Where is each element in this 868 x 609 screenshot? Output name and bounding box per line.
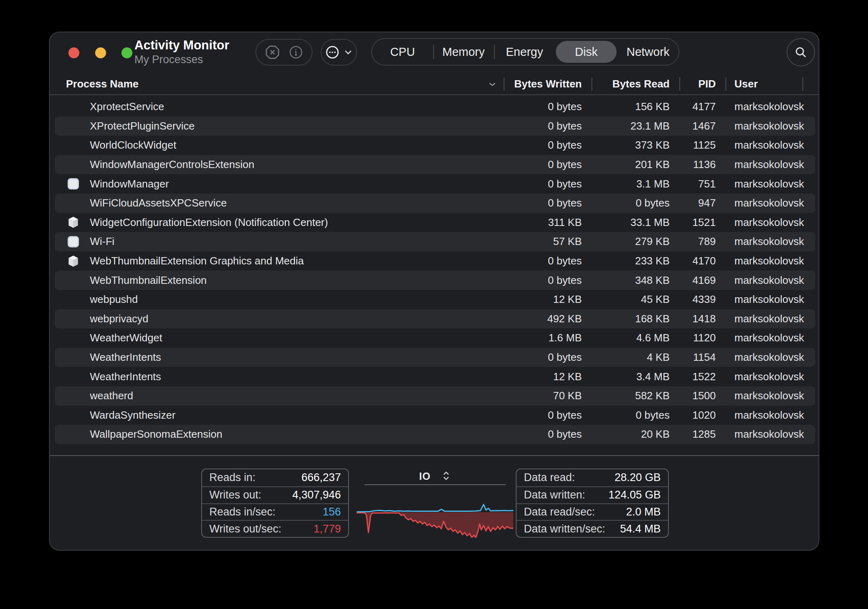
minimize-window-button[interactable] xyxy=(95,47,106,58)
process-row[interactable]: WebThumbnailExtension Graphics and Media… xyxy=(50,251,819,271)
process-row[interactable]: WindowManager 0 bytes 3.1 MB 751 marksok… xyxy=(50,174,819,194)
user-value: marksokolovsk xyxy=(725,367,802,386)
footer-divider xyxy=(50,455,819,456)
process-row[interactable]: WeatherWidget 1.6 MB 4.6 MB 1120 marksok… xyxy=(50,328,819,348)
io-chart-panel: IO xyxy=(357,468,513,538)
data-volume-stats-table: Data read: 28.20 GB Data written: 124.05… xyxy=(516,468,669,538)
bytes-written-value: 0 bytes xyxy=(504,97,591,117)
process-row[interactable]: WebThumbnailExtension 0 bytes 348 KB 416… xyxy=(50,270,819,290)
process-icon xyxy=(68,139,79,151)
chart-selector-label: IO xyxy=(419,471,430,482)
process-row[interactable]: WallpaperSonomaExtension 0 bytes 20 KB 1… xyxy=(50,425,819,444)
process-row[interactable]: XprotectService 0 bytes 156 KB 4177 mark… xyxy=(50,97,819,117)
stat-value: 1,779 xyxy=(313,523,341,535)
tab-disk[interactable]: Disk xyxy=(556,41,617,63)
bytes-written-value: 311 KB xyxy=(504,213,591,232)
column-header-process-name[interactable]: Process Name xyxy=(50,74,504,94)
stat-label: Writes out/sec: xyxy=(209,523,281,535)
io-counts-stats-table: Reads in: 666,237 Writes out: 4,307,946 … xyxy=(201,468,349,538)
column-header-pid[interactable]: PID xyxy=(679,74,725,94)
pid-value: 1154 xyxy=(679,348,725,367)
column-header-user[interactable]: User xyxy=(725,74,802,94)
process-row[interactable]: webprivacyd 492 KB 168 KB 1418 marksokol… xyxy=(50,309,819,329)
magnifier-icon xyxy=(794,45,808,60)
window-subtitle: My Processes xyxy=(134,53,229,66)
close-window-button[interactable] xyxy=(68,47,79,58)
process-name: WindowManager xyxy=(90,178,169,190)
process-name: WebThumbnailExtension xyxy=(90,274,207,287)
stat-value: 28.20 GB xyxy=(615,471,661,484)
bytes-read-value: 3.4 MB xyxy=(591,367,679,386)
process-name: Wi-Fi xyxy=(90,235,115,248)
zoom-window-button[interactable] xyxy=(121,47,132,58)
process-row[interactable]: WidgetConfigurationExtension (Notificati… xyxy=(50,213,819,232)
up-down-chevrons-icon xyxy=(441,470,451,482)
process-icon xyxy=(68,428,79,441)
inspect-process-button[interactable] xyxy=(288,45,304,60)
window-title: Activity Monitor xyxy=(134,38,229,53)
bytes-read-value: 168 KB xyxy=(591,309,679,329)
stat-row: Data written: 124.05 GB xyxy=(517,486,668,503)
stat-row: Data read: 28.20 GB xyxy=(517,469,668,486)
stat-value: 156 xyxy=(323,506,341,518)
process-name: WidgetConfigurationExtension (Notificati… xyxy=(90,216,328,229)
user-value: marksokolovsk xyxy=(725,406,802,425)
pid-value: 4169 xyxy=(679,270,725,290)
user-value: marksokolovsk xyxy=(725,136,802,155)
chart-selector-stepper[interactable] xyxy=(441,470,451,483)
row-spacer xyxy=(802,97,819,117)
stop-process-button[interactable] xyxy=(264,44,281,60)
row-spacer xyxy=(802,386,819,406)
bytes-read-value: 0 bytes xyxy=(591,406,679,425)
user-value: marksokolovsk xyxy=(725,425,802,444)
bytes-written-value: 0 bytes xyxy=(504,406,591,425)
tab-energy[interactable]: Energy xyxy=(494,39,555,65)
process-icon xyxy=(68,332,79,344)
process-icon xyxy=(68,409,79,421)
bytes-read-value: 279 KB xyxy=(591,232,679,251)
user-value: marksokolovsk xyxy=(725,97,802,117)
search-button[interactable] xyxy=(787,38,815,66)
process-name: WiFiCloudAssetsXPCService xyxy=(90,197,227,209)
pid-value: 751 xyxy=(679,174,725,194)
process-row[interactable]: WorldClockWidget 0 bytes 373 KB 1125 mar… xyxy=(50,136,819,155)
pid-value: 1285 xyxy=(679,425,725,444)
process-icon xyxy=(68,101,79,113)
stat-value: 124.05 GB xyxy=(608,489,661,501)
bytes-written-value: 0 bytes xyxy=(504,425,591,444)
process-row[interactable]: WindowManagerControlsExtension 0 bytes 2… xyxy=(50,155,819,175)
pid-value: 1136 xyxy=(679,155,725,175)
user-value: marksokolovsk xyxy=(725,232,802,251)
tab-cpu[interactable]: CPU xyxy=(372,39,433,65)
user-value: marksokolovsk xyxy=(725,290,802,309)
tab-memory[interactable]: Memory xyxy=(433,39,494,65)
more-options-button[interactable] xyxy=(321,39,357,66)
process-icon xyxy=(68,120,79,132)
stat-row: Writes out: 4,307,946 xyxy=(202,486,348,503)
process-row[interactable]: XProtectPluginService 0 bytes 23.1 MB 14… xyxy=(50,117,819,136)
process-name: WardaSynthesizer xyxy=(90,409,175,422)
process-row[interactable]: Wi-Fi 57 KB 279 KB 789 marksokolovsk xyxy=(50,232,819,251)
process-row[interactable]: webpushd 12 KB 45 KB 4339 marksokolovsk xyxy=(50,290,819,309)
process-name: webprivacyd xyxy=(90,313,149,325)
user-value: marksokolovsk xyxy=(725,386,802,406)
process-row[interactable]: WardaSynthesizer 0 bytes 0 bytes 1020 ma… xyxy=(50,406,819,425)
column-header-bytes-written[interactable]: Bytes Written xyxy=(504,74,591,94)
pid-value: 1120 xyxy=(679,328,725,348)
row-spacer xyxy=(802,155,819,175)
bytes-written-value: 0 bytes xyxy=(504,348,591,367)
bytes-written-value: 0 bytes xyxy=(504,117,591,136)
column-header-bytes-read[interactable]: Bytes Read xyxy=(591,74,679,94)
pid-value: 4339 xyxy=(679,290,725,309)
bytes-read-value: 373 KB xyxy=(591,136,679,155)
tab-network[interactable]: Network xyxy=(617,39,679,65)
process-row[interactable]: WeatherIntents 0 bytes 4 KB 1154 marksok… xyxy=(50,348,819,367)
stat-label: Data read: xyxy=(524,471,575,484)
process-row[interactable]: weatherd 70 KB 582 KB 1500 marksokolovsk xyxy=(50,386,819,406)
bytes-written-value: 70 KB xyxy=(504,386,591,406)
row-spacer xyxy=(802,117,819,136)
process-icon xyxy=(68,313,79,325)
process-row[interactable]: WeatherIntents 12 KB 3.4 MB 1522 marksok… xyxy=(50,367,819,386)
process-row[interactable]: WiFiCloudAssetsXPCService 0 bytes 0 byte… xyxy=(50,194,819,213)
row-spacer xyxy=(802,270,819,290)
